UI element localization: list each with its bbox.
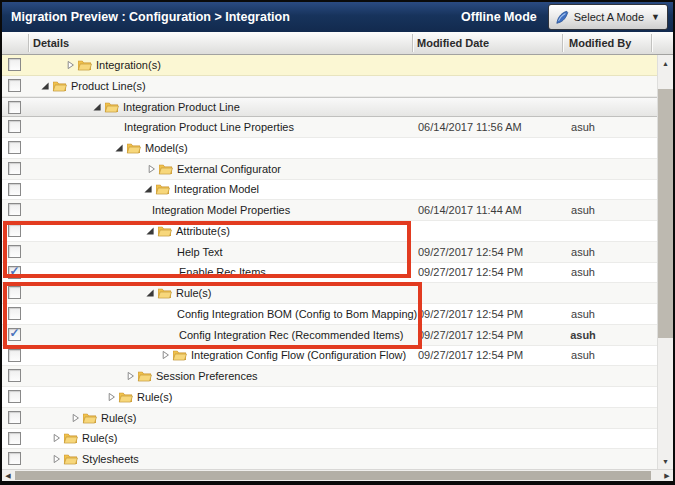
tree-node-label[interactable]: Config Integration Rec (Recommended Item… [179,329,403,341]
tree-rows: Integration(s)Product Line(s)Integration… [2,55,657,469]
tree-node-label[interactable]: Integration(s) [96,59,161,71]
column-header-modified-date[interactable]: Modified Date [417,32,489,54]
tree-node-label[interactable]: Stylesheets [82,453,139,465]
row-checkbox[interactable] [8,101,21,114]
modified-date-value: 09/27/2017 12:54 PM [418,263,523,283]
tree-node-label[interactable]: Integration Model [174,183,259,195]
tree-node-label[interactable]: Integration Model Properties [152,204,290,216]
tree-node-label[interactable]: Attribute(s) [176,225,230,237]
modified-date-value: 09/27/2017 12:54 PM [418,242,523,262]
row-checkbox[interactable] [8,452,21,465]
modified-by-value: asuh [553,304,613,324]
tree-row[interactable]: Stylesheets [2,449,657,469]
tree-row[interactable]: Integration Product Line [2,97,657,118]
window-content: Migration Preview : Configuration > Inte… [2,2,673,481]
column-separator [28,34,29,52]
tree-node-label[interactable]: External Configurator [177,163,281,175]
row-checkbox[interactable]: ✓ [8,328,21,341]
expand-arrow-icon[interactable] [92,102,102,112]
row-checkbox[interactable] [8,224,21,237]
row-checkbox[interactable] [8,79,21,92]
tree-row[interactable]: Integration(s) [2,55,657,76]
tree-row[interactable]: Attribute(s) [2,221,657,242]
scroll-left-button[interactable]: ◀ [2,470,14,481]
tree-node-label[interactable]: Rule(s) [101,412,136,424]
collapse-arrow-icon[interactable] [51,433,61,443]
feather-pen-icon [554,10,569,25]
horizontal-scrollbar[interactable]: ◀ ▶ [2,469,673,481]
expand-arrow-icon[interactable] [40,81,50,91]
modified-by-value: asuh [553,200,613,220]
tree-node-label[interactable]: Rule(s) [137,391,172,403]
vertical-scrollbar-thumb[interactable] [658,89,673,338]
tree-row[interactable]: Model(s) [2,138,657,159]
offline-mode-label: Offline Mode [461,10,537,24]
tree-row[interactable]: Rule(s) [2,283,657,304]
expand-arrow-icon[interactable] [145,288,155,298]
tree-row[interactable]: Config Integration BOM (Config to Bom Ma… [2,304,657,325]
tree-row[interactable]: Integration Model Properties06/14/2017 1… [2,200,657,221]
row-checkbox[interactable] [8,369,21,382]
collapse-arrow-icon[interactable] [70,413,80,423]
column-header-details[interactable]: Details [33,32,69,54]
row-checkbox[interactable] [8,307,21,320]
row-checkbox[interactable] [8,58,21,71]
vertical-scrollbar[interactable]: ▲ ▼ [657,55,673,469]
row-checkbox[interactable] [8,390,21,403]
tree-row[interactable]: Integration Product Line Properties06/14… [2,117,657,138]
row-checkbox[interactable]: ✓ [8,266,21,279]
row-checkbox[interactable] [8,162,21,175]
tree-row[interactable]: Integration Model [2,180,657,201]
tree-row[interactable]: Rule(s) [2,429,657,450]
tree-node-label[interactable]: Help Text [177,246,223,258]
collapse-arrow-icon[interactable] [160,350,170,360]
tree-row[interactable]: Product Line(s) [2,76,657,97]
tree-node-label[interactable]: Integration Config Flow (Configuration F… [191,349,406,361]
column-header-modified-by[interactable]: Modified By [569,32,631,54]
horizontal-scrollbar-thumb[interactable] [15,471,651,480]
tree-node-label[interactable]: Config Integration BOM (Config to Bom Ma… [177,308,417,320]
row-checkbox[interactable] [8,286,21,299]
select-a-mode-button[interactable]: Select A Mode ▼ [548,4,668,30]
expand-arrow-icon[interactable] [145,226,155,236]
checkmark-icon: ✓ [9,266,20,277]
tree-node-label[interactable]: Integration Product Line Properties [124,121,294,133]
row-checkbox[interactable] [8,411,21,424]
row-checkbox[interactable] [8,183,21,196]
modified-date-value: 09/27/2017 12:54 PM [418,346,523,366]
expand-arrow-icon[interactable] [143,184,153,194]
tree-row[interactable]: Rule(s) [2,387,657,408]
row-checkbox[interactable] [8,245,21,258]
tree-node-label[interactable]: Model(s) [145,142,188,154]
row-checkbox[interactable] [8,432,21,445]
tree-node-label[interactable]: Rule(s) [82,432,117,444]
scroll-up-button[interactable]: ▲ [658,55,673,71]
tree-node-label[interactable]: Rule(s) [176,287,211,299]
collapse-arrow-icon[interactable] [65,60,75,70]
modified-date-value: 06/14/2017 11:44 AM [418,200,522,220]
tree-node-label[interactable]: Product Line(s) [71,80,146,92]
tree-row[interactable]: ✓Enable Rec Items09/27/2017 12:54 PMasuh [2,263,657,284]
tree-grid-body: Integration(s)Product Line(s)Integration… [2,55,673,469]
collapse-arrow-icon[interactable] [106,392,116,402]
collapse-arrow-icon[interactable] [51,454,61,464]
tree-row[interactable]: Rule(s) [2,408,657,429]
tree-node-label[interactable]: Enable Rec Items [179,266,266,278]
tree-row[interactable]: ✓Config Integration Rec (Recommended Ite… [2,325,657,346]
tree-row[interactable]: Integration Config Flow (Configuration F… [2,346,657,367]
row-checkbox[interactable] [8,141,21,154]
tree-row[interactable]: Help Text09/27/2017 12:54 PMasuh [2,242,657,263]
tree-node-label[interactable]: Session Preferences [156,370,258,382]
scroll-right-button[interactable]: ▶ [661,470,673,481]
row-checkbox[interactable] [8,203,21,216]
scroll-down-button[interactable]: ▼ [658,453,673,469]
titlebar: Migration Preview : Configuration > Inte… [2,2,673,32]
tree-node-label[interactable]: Integration Product Line [123,101,240,113]
collapse-arrow-icon[interactable] [125,371,135,381]
row-checkbox[interactable] [8,120,21,133]
tree-row[interactable]: External Configurator [2,159,657,180]
row-checkbox[interactable] [8,349,21,362]
collapse-arrow-icon[interactable] [146,164,156,174]
tree-row[interactable]: Session Preferences [2,366,657,387]
expand-arrow-icon[interactable] [114,143,124,153]
